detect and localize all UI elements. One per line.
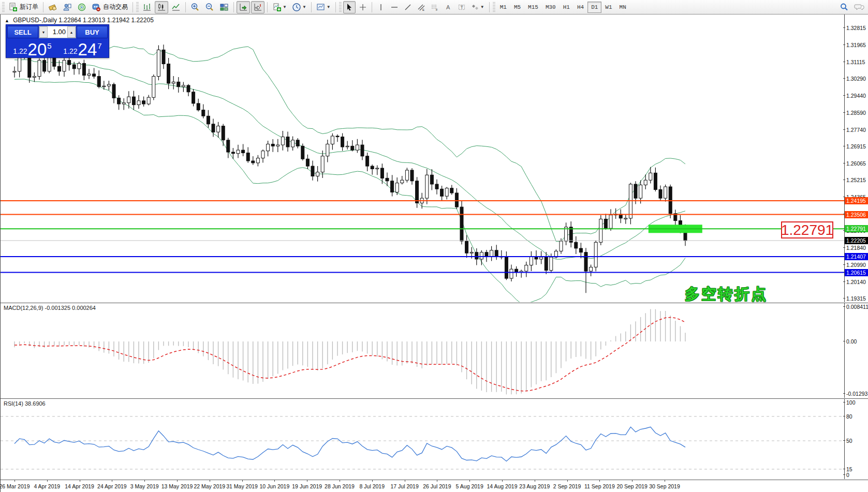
volume-spinner: ▼ 1.00 ▲ bbox=[39, 26, 76, 38]
volume-decrease-button[interactable]: ▼ bbox=[39, 26, 48, 38]
price-tick-label: 1.30290 bbox=[846, 76, 866, 82]
macd-axis[interactable]: 0.0084110.00-0.012931 bbox=[844, 303, 868, 398]
timeframe-button-D1[interactable]: D1 bbox=[587, 2, 601, 13]
rsi-pane[interactable]: RSI(14) 38.6906 bbox=[1, 399, 844, 479]
rsi-line bbox=[14, 427, 685, 461]
current-price-label: 1.22205 bbox=[845, 237, 868, 244]
profile-icon bbox=[63, 3, 72, 12]
tile-windows-button[interactable] bbox=[217, 1, 231, 13]
rsi-axis-label: 80 bbox=[846, 413, 852, 420]
separator bbox=[335, 2, 336, 12]
chat-button[interactable] bbox=[852, 1, 866, 13]
date-tick bbox=[112, 480, 112, 482]
zoom-in-button[interactable] bbox=[188, 1, 202, 13]
dropdown-caret: ▼ bbox=[302, 5, 306, 9]
date-label: 13 May 2019 bbox=[161, 483, 193, 489]
buy-price[interactable]: 1.22247 bbox=[57, 39, 108, 57]
date-tick bbox=[47, 480, 48, 482]
zoom-out-icon bbox=[205, 3, 214, 12]
bar-chart-button[interactable] bbox=[140, 1, 154, 13]
toolbar-grip bbox=[339, 2, 342, 12]
dropdown-caret: ▼ bbox=[480, 5, 484, 9]
date-label: 5 Aug 2019 bbox=[456, 483, 483, 489]
crosshair-button[interactable] bbox=[357, 1, 369, 13]
date-label: 11 Sep 2019 bbox=[584, 483, 615, 489]
text-button[interactable]: A bbox=[442, 1, 454, 13]
chinese-annotation: 多空转折点 bbox=[685, 284, 768, 305]
date-tick bbox=[274, 480, 275, 482]
horizontal-line-button[interactable] bbox=[388, 1, 401, 13]
new-order-button[interactable]: 新订单 bbox=[6, 1, 40, 13]
sell-button[interactable]: SELL bbox=[7, 26, 38, 38]
price-tick-label: 1.27740 bbox=[846, 127, 866, 133]
date-label: 31 May 2019 bbox=[226, 483, 258, 489]
trendline-button[interactable] bbox=[402, 1, 414, 13]
auto-scroll-button[interactable] bbox=[237, 1, 250, 13]
volume-input[interactable]: 1.00 bbox=[48, 26, 67, 38]
timeframe-button-M1[interactable]: M1 bbox=[496, 2, 510, 13]
date-tick bbox=[405, 480, 405, 482]
separator bbox=[43, 2, 43, 12]
price-line-label: 1.24195 bbox=[845, 197, 868, 204]
search-button[interactable] bbox=[837, 1, 851, 13]
signals-icon bbox=[77, 3, 86, 12]
rsi-axis[interactable]: 1008050150 bbox=[844, 399, 868, 479]
signals-button[interactable] bbox=[75, 1, 89, 13]
volume-increase-button[interactable]: ▲ bbox=[67, 26, 76, 38]
chart-shift-button[interactable] bbox=[251, 1, 264, 13]
date-axis[interactable]: 26 Mar 20194 Apr 201914 Apr 201924 Apr 2… bbox=[1, 480, 868, 492]
collapse-arrow-icon[interactable]: ▲ bbox=[5, 18, 9, 23]
cursor-button[interactable] bbox=[343, 1, 356, 13]
price-tick-label: 1.28590 bbox=[846, 110, 866, 116]
label-button[interactable]: T bbox=[455, 1, 468, 13]
timeframe-button-W1[interactable]: W1 bbox=[601, 2, 615, 13]
date-label: 28 Jun 2019 bbox=[325, 483, 355, 489]
channel-button[interactable]: E bbox=[415, 1, 428, 13]
chart-title: ▲ GBPUSD-,Daily 1.22864 1.23013 1.21942 … bbox=[5, 17, 154, 24]
buy-button[interactable]: BUY bbox=[77, 26, 108, 38]
indicators-icon bbox=[272, 3, 282, 12]
eraser-button[interactable] bbox=[46, 1, 60, 13]
price-tick-label: 1.26065 bbox=[846, 160, 866, 167]
eraser-icon bbox=[48, 3, 57, 12]
date-tick bbox=[567, 480, 568, 482]
timeframe-button-MN[interactable]: MN bbox=[616, 2, 630, 13]
date-label: 14 Aug 2019 bbox=[487, 483, 518, 489]
date-tick bbox=[177, 480, 178, 482]
separator bbox=[311, 2, 312, 12]
date-tick bbox=[599, 480, 600, 482]
equidistant-channel-icon: E bbox=[417, 3, 425, 11]
timeframe-button-M5[interactable]: M5 bbox=[510, 2, 524, 13]
line-chart-button[interactable] bbox=[169, 1, 183, 13]
macd-pane[interactable]: MACD(12,26,9) -0.001325 0.000264 bbox=[1, 303, 844, 398]
macd-signal-line bbox=[14, 317, 685, 391]
macd-axis-label: 0.00 bbox=[846, 338, 857, 345]
fibonacci-button[interactable]: F bbox=[429, 1, 441, 13]
autotrading-button[interactable]: 自动交易 bbox=[90, 1, 130, 13]
price-chart-pane[interactable] bbox=[1, 14, 844, 302]
date-tick bbox=[14, 480, 15, 482]
templates-button[interactable]: ▼ bbox=[314, 1, 333, 13]
profile-button[interactable] bbox=[61, 1, 74, 13]
vertical-line-button[interactable] bbox=[375, 1, 387, 13]
date-tick bbox=[144, 480, 145, 482]
shapes-button[interactable]: ▼ bbox=[469, 1, 487, 13]
price-axis[interactable]: 1.328151.319651.311151.302901.294401.285… bbox=[844, 14, 868, 302]
timeframe-bar: M1M5M15M30H1H4D1W1MN bbox=[496, 2, 630, 13]
indicators-button[interactable]: ▼ bbox=[270, 1, 289, 13]
price-tick-label: 1.31115 bbox=[846, 59, 865, 65]
macd-axis-label: -0.012931 bbox=[846, 391, 868, 397]
search-icon bbox=[840, 3, 849, 12]
date-tick bbox=[307, 480, 307, 482]
price-callout-box[interactable]: 1.22791 bbox=[781, 221, 833, 238]
candlestick-button[interactable] bbox=[155, 1, 168, 13]
text-a-icon: A bbox=[444, 3, 452, 11]
timeframe-button-M15[interactable]: M15 bbox=[524, 2, 542, 13]
sell-price[interactable]: 1.22205 bbox=[7, 39, 57, 57]
timeframe-button-M30[interactable]: M30 bbox=[542, 2, 560, 13]
zoom-out-button[interactable] bbox=[203, 1, 216, 13]
crosshair-icon bbox=[359, 3, 367, 11]
timeframe-button-H1[interactable]: H1 bbox=[560, 2, 573, 13]
periods-button[interactable]: ▼ bbox=[290, 1, 308, 13]
timeframe-button-H4[interactable]: H4 bbox=[573, 2, 587, 13]
